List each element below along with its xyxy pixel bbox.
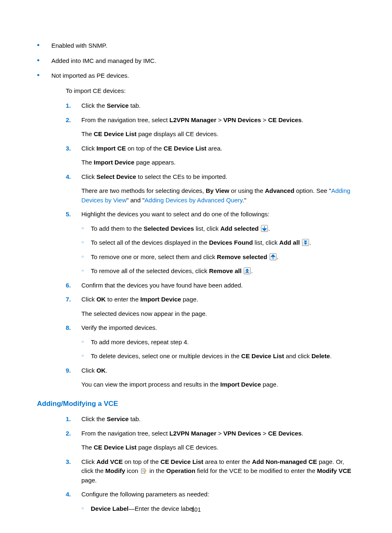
sub-list: To add them to the Selected Devices list… <box>81 224 355 276</box>
text: > <box>261 430 268 437</box>
text: Click <box>81 367 97 374</box>
text: area. <box>206 145 222 152</box>
text: on top of the <box>126 145 164 152</box>
bold-text: Add selected <box>220 225 258 232</box>
step-line: Click the Service tab. <box>81 415 355 424</box>
text <box>259 225 261 232</box>
bold-text: Advanced <box>265 187 295 194</box>
text: to enter the <box>106 296 140 303</box>
text: > <box>216 430 223 437</box>
step-item: 5.Highlight the devices you want to sele… <box>66 210 355 276</box>
step-line: Click Import CE on top of the CE Device … <box>81 144 355 153</box>
step-item: 4.Click Select Device to select the CEs … <box>66 172 355 205</box>
bold-text: Modify <box>105 467 125 474</box>
bold-text: OK <box>97 296 106 303</box>
step-line: Click OK to enter the Import Device page… <box>81 295 355 304</box>
text: tab. <box>129 415 141 422</box>
text: The <box>81 130 94 137</box>
bold-text: CE Device List <box>164 145 206 152</box>
text: icon <box>125 467 140 474</box>
text: To add them to the <box>91 225 143 232</box>
text: There are two methods for selecting devi… <box>81 187 206 194</box>
text: page. <box>181 296 198 303</box>
text: To remove all of the selected devices, c… <box>91 267 209 274</box>
text: ." <box>242 197 247 204</box>
bold-text: Import Device <box>94 159 134 166</box>
text: The <box>81 444 94 451</box>
step-line: Click Add VCE on top of the CE Device Li… <box>81 457 355 485</box>
vce-steps-list: 1.Click the Service tab.2.From the navig… <box>66 415 355 513</box>
step-line: There are two methods for selecting devi… <box>81 186 355 205</box>
step-item: 1.Click the Service tab. <box>66 101 355 111</box>
text: From the navigation tree, select <box>81 430 169 437</box>
text: Verify the imported devices. <box>81 324 157 331</box>
list-item: Enabled with SNMP. <box>37 41 355 51</box>
step-number: 2. <box>66 429 71 438</box>
text: Configure the following parameters as ne… <box>81 491 209 498</box>
bold-text: VPN Devices <box>224 430 261 437</box>
section-heading: Adding/Modifying a VCE <box>37 399 355 409</box>
text: > <box>261 116 268 123</box>
text: on top of the <box>123 458 161 465</box>
step-item: 2.From the navigation tree, select L2VPN… <box>66 429 355 452</box>
step-number: 1. <box>66 415 71 424</box>
text: option. See " <box>294 187 331 194</box>
bold-text: CE Device List <box>241 352 284 359</box>
text: and click <box>284 352 311 359</box>
step-item: 7.Click OK to enter the Import Device pa… <box>66 295 355 318</box>
step-line: Click Select Device to select the CEs to… <box>81 172 355 182</box>
bold-text: By View <box>206 187 229 194</box>
import-steps-list: 1.Click the Service tab.2.From the navig… <box>66 101 355 389</box>
text: page displays all CE devices. <box>136 444 218 451</box>
link-text[interactable]: Adding Devices by Advanced Query <box>145 197 242 204</box>
remove-selected-icon <box>270 253 277 260</box>
step-number: 3. <box>66 144 71 153</box>
step-item: 2.From the navigation tree, select L2VPN… <box>66 116 355 139</box>
step-line: The CE Device List page displays all CE … <box>81 130 355 139</box>
text: Highlight the devices you want to select… <box>81 211 270 218</box>
step-number: 5. <box>66 210 71 219</box>
bold-text: Service <box>107 102 129 109</box>
text: . <box>330 352 332 359</box>
text: Click <box>81 145 97 152</box>
bold-text: CE Device List <box>94 444 136 451</box>
step-number: 4. <box>66 172 71 182</box>
bold-text: Add VCE <box>97 458 123 465</box>
text: . <box>268 225 270 232</box>
text: . <box>309 239 311 246</box>
bold-text: Devices Found <box>209 239 253 246</box>
step-number: 4. <box>66 490 71 499</box>
text: Click <box>81 458 97 465</box>
bold-text: OK <box>97 367 106 374</box>
text: tab. <box>129 102 141 109</box>
bold-text: Delete <box>311 352 330 359</box>
bold-text: Import CE <box>97 145 126 152</box>
text: list, click <box>253 239 279 246</box>
step-number: 3. <box>66 457 71 467</box>
bold-text: Service <box>107 415 129 422</box>
step-item: 3.Click Add VCE on top of the CE Device … <box>66 457 355 485</box>
bold-text: CE Device List <box>161 458 203 465</box>
bold-text: VPN Devices <box>224 116 261 123</box>
list-item: Not imported as PE devices. <box>37 71 355 81</box>
text: Confirm that the devices you have found … <box>81 282 243 289</box>
step-item: 8.Verify the imported devices.To add mor… <box>66 323 355 361</box>
step-line: The selected devices now appear in the p… <box>81 309 355 319</box>
step-line: Click the Service tab. <box>81 101 355 111</box>
step-number: 2. <box>66 116 71 125</box>
bullet-text: Added into IMC and managed by IMC. <box>51 57 156 64</box>
text: . <box>277 253 279 260</box>
text <box>242 267 243 274</box>
step-line: Highlight the devices you want to select… <box>81 210 355 219</box>
bold-text: Add Non-managed CE <box>252 458 317 465</box>
step-line: Verify the imported devices. <box>81 323 355 333</box>
text: . <box>302 430 303 437</box>
sub-list-item: To remove one or more, select them and c… <box>81 253 355 262</box>
step-number: 6. <box>66 281 71 290</box>
text: . <box>106 367 107 374</box>
bold-text: CE Device List <box>94 130 136 137</box>
bullet-text: Enabled with SNMP. <box>51 42 107 49</box>
sub-list-item: To select all of the devices displayed i… <box>81 238 355 248</box>
text: Click the <box>81 415 107 422</box>
step-number: 1. <box>66 101 71 111</box>
